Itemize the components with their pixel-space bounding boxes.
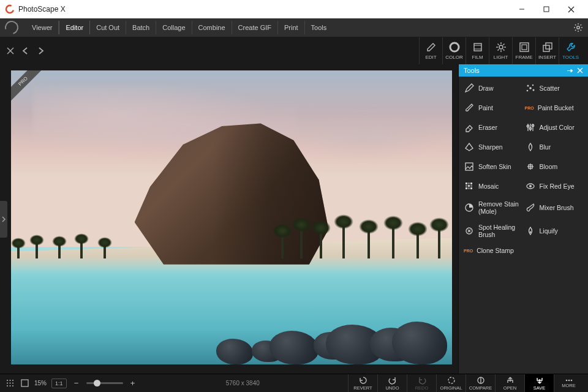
svg-rect-55 — [468, 185, 470, 187]
tool-liquify[interactable]: Liquify — [525, 224, 584, 238]
zoom-in-button[interactable]: + — [128, 379, 138, 388]
tool-spot-healing-brush[interactable]: Spot Healing Brush — [464, 224, 522, 238]
menu-item-editor[interactable]: Editor — [59, 21, 90, 34]
edited-photo — [11, 70, 452, 364]
svg-point-16 — [450, 43, 459, 51]
tool-scatter[interactable]: Scatter — [525, 83, 584, 94]
fit-screen-icon[interactable] — [20, 379, 29, 388]
tool-fix-red-eye[interactable]: Fix Red Eye — [525, 181, 584, 192]
svg-point-73 — [12, 385, 13, 386]
menu-item-viewer[interactable]: Viewer — [26, 21, 59, 34]
tool-blur[interactable]: Blur — [525, 141, 584, 153]
save-button[interactable]: SAVE — [524, 374, 554, 393]
tool-clone-stamp[interactable]: PROClone Stamp — [464, 247, 583, 254]
image-canvas[interactable]: PRO — [11, 70, 452, 364]
zoom-slider[interactable] — [86, 382, 123, 384]
tool-label: Clone Stamp — [477, 247, 514, 254]
menu-item-batch[interactable]: Batch — [126, 21, 156, 34]
nav-next-button[interactable] — [38, 47, 49, 55]
tool-label: Soften Skin — [478, 163, 511, 170]
menu-item-combine[interactable]: Combine — [192, 21, 232, 34]
tool-paint[interactable]: Paint — [464, 102, 522, 113]
save-icon — [535, 376, 544, 385]
insert-icon — [541, 41, 554, 53]
scatter-icon — [525, 83, 536, 94]
compare-button[interactable]: COMPARE — [466, 374, 495, 393]
editor-toolbar: EDITCOLORFILMLIGHTFRAMEINSERTTOOLS — [0, 37, 588, 64]
menubar-logo-icon[interactable] — [2, 18, 21, 37]
open-button[interactable]: OPEN — [495, 374, 524, 393]
sidebar-expand-handle[interactable] — [0, 201, 7, 238]
tool-bloom[interactable]: Bloom — [525, 161, 584, 172]
window-minimize-button[interactable] — [510, 0, 534, 18]
tool-sharpen[interactable]: Sharpen — [464, 141, 522, 153]
panel-close-icon[interactable] — [577, 67, 583, 74]
tools-icon — [565, 41, 577, 53]
undo-button[interactable]: UNDO — [377, 374, 407, 393]
tool-mixer-brush[interactable]: Mixer Brush — [525, 200, 584, 215]
edit-tab-edit[interactable]: EDIT — [419, 37, 442, 64]
more-button[interactable]: MORE — [554, 374, 583, 393]
tool-label: Spot Healing Brush — [478, 224, 522, 238]
nav-prev-button[interactable] — [22, 47, 33, 55]
edit-tab-film[interactable]: FILM — [466, 37, 489, 64]
svg-rect-56 — [470, 185, 472, 187]
tools-panel-header: Tools — [459, 64, 588, 77]
window-close-button[interactable] — [559, 0, 583, 18]
close-image-button[interactable] — [6, 47, 17, 55]
tool-mosaic[interactable]: Mosaic — [464, 181, 522, 192]
grid-view-icon[interactable] — [5, 379, 15, 388]
fix-red-eye-icon — [525, 181, 536, 192]
menu-item-tools[interactable]: Tools — [305, 21, 333, 34]
menu-item-collage[interactable]: Collage — [156, 21, 192, 34]
tool-eraser[interactable]: Eraser — [464, 122, 522, 133]
paint-icon — [464, 102, 475, 113]
revert-button[interactable]: REVERT — [348, 374, 377, 393]
panel-pin-icon[interactable] — [567, 67, 573, 74]
settings-gear-icon[interactable] — [573, 23, 583, 32]
soften-skin-icon — [464, 161, 475, 172]
edit-tab-insert[interactable]: INSERT — [535, 37, 559, 64]
tool-soften-skin[interactable]: Soften Skin — [464, 161, 522, 172]
svg-line-13 — [581, 24, 581, 25]
svg-line-11 — [581, 30, 581, 31]
tool-label: Eraser — [478, 124, 497, 131]
tool-remove-stain-mole[interactable]: Remove Stain (Mole) — [464, 200, 522, 215]
tool-paint-bucket[interactable]: PROPaint Bucket — [525, 102, 584, 113]
svg-point-5 — [577, 26, 579, 29]
blur-icon — [525, 141, 536, 153]
svg-point-65 — [7, 380, 8, 381]
adjust-color-icon — [525, 122, 536, 133]
svg-point-20 — [499, 45, 503, 49]
window-maximize-button[interactable] — [534, 0, 559, 18]
zoom-actual-button[interactable]: 1:1 — [51, 379, 67, 388]
tool-label: Paint Bucket — [538, 104, 574, 111]
menu-item-print[interactable]: Print — [278, 21, 305, 34]
svg-point-79 — [568, 379, 570, 381]
tool-draw[interactable]: Draw — [464, 83, 522, 94]
window-title: PhotoScape X — [18, 5, 510, 13]
revert-icon — [359, 376, 368, 385]
edit-tab-light[interactable]: LIGHT — [489, 37, 512, 64]
svg-point-38 — [526, 90, 528, 92]
edit-icon — [425, 41, 437, 53]
svg-line-26 — [503, 50, 504, 51]
svg-point-0 — [5, 4, 15, 14]
tool-label: Fix Red Eye — [540, 183, 575, 190]
menu-item-create-gif[interactable]: Create GIF — [232, 21, 278, 34]
mixer-brush-icon — [525, 202, 536, 213]
zoom-out-button[interactable]: − — [72, 379, 81, 388]
edit-tab-color[interactable]: COLOR — [442, 37, 466, 64]
tool-label: Remove Stain (Mole) — [478, 200, 522, 215]
svg-point-71 — [7, 385, 8, 386]
menu-item-cut-out[interactable]: Cut Out — [90, 21, 126, 34]
canvas-area: PRO — [0, 64, 458, 374]
tool-label: Sharpen — [478, 143, 503, 151]
original-button[interactable]: ORIGINAL — [436, 374, 466, 393]
tool-adjust-color[interactable]: Adjust Color — [525, 122, 584, 133]
edit-tab-frame[interactable]: FRAME — [512, 37, 535, 64]
edit-tab-tools[interactable]: TOOLS — [559, 37, 582, 64]
liquify-icon — [525, 225, 536, 236]
svg-point-67 — [12, 380, 13, 381]
pro-badge-icon: PRO — [525, 106, 534, 110]
